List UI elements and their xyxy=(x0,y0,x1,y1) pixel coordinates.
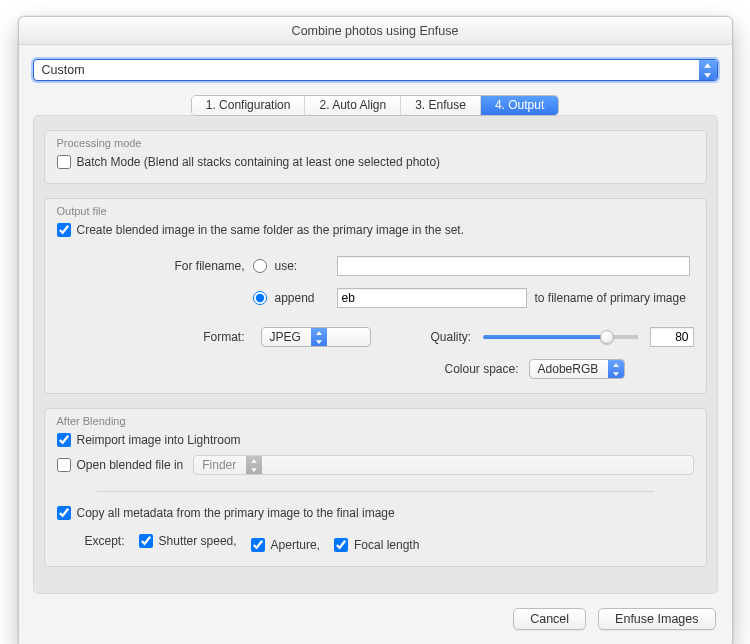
chevron-down-icon xyxy=(699,70,717,80)
chevron-up-icon xyxy=(311,328,327,337)
quality-slider[interactable] xyxy=(483,335,637,339)
cancel-button[interactable]: Cancel xyxy=(513,608,586,630)
preset-stepper[interactable] xyxy=(699,60,717,80)
filename-use-radio[interactable] xyxy=(253,259,267,273)
tab-configuration[interactable]: 1. Configuration xyxy=(192,96,306,115)
colour-space-label: Colour space: xyxy=(445,362,519,376)
open-in-checkbox[interactable] xyxy=(57,458,71,472)
filename-append-radio[interactable] xyxy=(253,291,267,305)
divider xyxy=(97,491,654,492)
format-stepper[interactable] xyxy=(311,328,327,346)
chevron-up-icon xyxy=(699,60,717,70)
tab-enfuse[interactable]: 3. Enfuse xyxy=(401,96,481,115)
dialog-footer: Cancel Enfuse Images xyxy=(33,594,718,630)
colour-space-select[interactable]: AdobeRGB xyxy=(529,359,626,379)
fieldset-processing-mode: Processing mode Batch Mode (Blend all st… xyxy=(44,130,707,184)
tab-bar: 1. Configuration 2. Auto Align 3. Enfuse… xyxy=(33,95,718,116)
chevron-down-icon xyxy=(608,369,624,378)
filename-block: For filename, use: append to filename of… xyxy=(57,255,694,309)
copy-metadata-label: Copy all metadata from the primary image… xyxy=(77,506,395,520)
colour-space-value: AdobeRGB xyxy=(530,360,609,378)
legend-processing-mode: Processing mode xyxy=(57,137,694,149)
quality-label: Quality: xyxy=(431,330,472,344)
filename-use-input[interactable] xyxy=(337,256,690,276)
reimport-checkbox[interactable] xyxy=(57,433,71,447)
same-folder-label: Create blended image in the same folder … xyxy=(77,223,465,237)
except-aperture-label: Aperture, xyxy=(271,538,320,552)
except-label: Except: xyxy=(85,534,125,548)
quality-input[interactable] xyxy=(650,327,694,347)
format-select[interactable]: JPEG xyxy=(261,327,371,347)
except-focal-label: Focal length xyxy=(354,538,419,552)
preset-value: Custom xyxy=(34,60,699,80)
copy-metadata-checkbox[interactable] xyxy=(57,506,71,520)
reimport-label: Reimport image into Lightroom xyxy=(77,433,241,447)
output-panel: Processing mode Batch Mode (Blend all st… xyxy=(33,115,718,594)
legend-output-file: Output file xyxy=(57,205,694,217)
slider-thumb[interactable] xyxy=(600,330,614,344)
except-focal-checkbox[interactable] xyxy=(334,538,348,552)
except-shutter-label: Shutter speed, xyxy=(159,534,237,548)
filename-use-radio-label: use: xyxy=(275,259,329,273)
filename-append-suffix: to filename of primary image xyxy=(535,291,686,305)
open-in-value: Finder xyxy=(194,456,246,474)
dialog-window: Combine photos using Enfuse Custom 1. Co… xyxy=(18,16,733,644)
batch-mode-label: Batch Mode (Blend all stacks containing … xyxy=(77,155,441,169)
fieldset-output-file: Output file Create blended image in the … xyxy=(44,198,707,394)
colour-space-row: Colour space: AdobeRGB xyxy=(57,359,694,379)
open-in-select[interactable]: Finder xyxy=(193,455,693,475)
format-row: Format: JPEG Quality: xyxy=(57,327,694,347)
chevron-down-icon xyxy=(246,465,262,474)
open-in-label: Open blended file in xyxy=(77,458,184,472)
tab-auto-align[interactable]: 2. Auto Align xyxy=(305,96,401,115)
for-filename-label: For filename, xyxy=(145,259,245,273)
dialog-content: Custom 1. Configuration 2. Auto Align 3.… xyxy=(19,45,732,644)
tab-output[interactable]: 4. Output xyxy=(481,96,558,115)
preset-row: Custom xyxy=(33,59,718,81)
same-folder-checkbox[interactable] xyxy=(57,223,71,237)
format-label: Format: xyxy=(145,330,245,344)
chevron-up-icon xyxy=(246,456,262,465)
filename-append-input[interactable] xyxy=(337,288,527,308)
fieldset-after-blending: After Blending Reimport image into Light… xyxy=(44,408,707,567)
filename-append-radio-label: append xyxy=(275,291,329,305)
except-shutter-checkbox[interactable] xyxy=(139,534,153,548)
window-title: Combine photos using Enfuse xyxy=(19,17,732,45)
chevron-down-icon xyxy=(311,337,327,346)
preset-combobox[interactable]: Custom xyxy=(33,59,718,81)
except-aperture-checkbox[interactable] xyxy=(251,538,265,552)
batch-mode-checkbox[interactable] xyxy=(57,155,71,169)
chevron-up-icon xyxy=(608,360,624,369)
tab-group: 1. Configuration 2. Auto Align 3. Enfuse… xyxy=(191,95,560,116)
open-in-stepper[interactable] xyxy=(246,456,262,474)
enfuse-images-button[interactable]: Enfuse Images xyxy=(598,608,715,630)
colour-space-stepper[interactable] xyxy=(608,360,624,378)
format-value: JPEG xyxy=(262,328,311,346)
legend-after-blending: After Blending xyxy=(57,415,694,427)
